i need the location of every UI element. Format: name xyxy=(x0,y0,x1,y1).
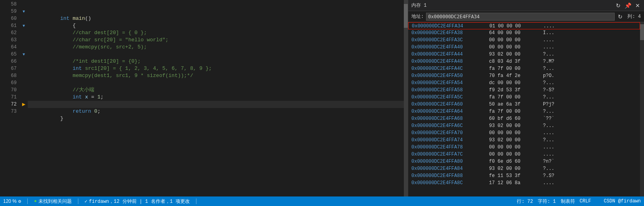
mem-bytes: c8 03 4d 3f xyxy=(489,58,537,65)
mem-addr: 0x000000DC2E4FFA34 xyxy=(412,23,483,29)
mem-chars: `??` xyxy=(543,115,554,122)
mem-chars: P?j? xyxy=(543,101,554,108)
mem-chars: ?n?` xyxy=(543,158,554,165)
mem-bytes: fa 7f 00 00 xyxy=(489,65,537,72)
memory-row: 0x000000DC2E4FFA3401 00 00 00.... xyxy=(408,22,640,29)
code-lines[interactable]: int main() { //char dest[20] = { 0 }; //… xyxy=(28,0,404,196)
mem-bytes: 60 bf d6 60 xyxy=(489,115,537,122)
memory-scrollbar-thumb[interactable] xyxy=(640,24,644,40)
memory-refresh-button[interactable]: ↻ xyxy=(615,2,621,9)
gutter-indicator xyxy=(20,29,28,37)
mem-addr: 0x000000DC2E4FFA60 xyxy=(411,101,483,108)
code-line-72: return 0; xyxy=(28,101,404,108)
mem-bytes: 93 02 00 00 xyxy=(489,122,537,129)
memory-row: 0x000000DC2E4FFA80f0 6e d6 60?n?` xyxy=(408,158,640,165)
memory-row: 0x000000DC2E4FFA6860 bf d6 60`??` xyxy=(408,115,640,122)
mem-chars: .... xyxy=(543,44,554,51)
memory-row: 0x000000DC2E4FFA3864 00 00 00I... xyxy=(408,29,640,37)
mem-addr: 0x000000DC2E4FFA40 xyxy=(411,44,483,51)
mem-addr: 0x000000DC2E4FFA70 xyxy=(411,129,483,137)
memory-row: 0x000000DC2E4FFA64fa 7f 00 00?... xyxy=(408,108,640,115)
gutter-indicator xyxy=(20,87,28,94)
mem-chars: ?-S? xyxy=(543,87,554,94)
mem-addr: 0x000000DC2E4FFA50 xyxy=(411,72,483,79)
line-num: 70 xyxy=(0,87,17,94)
gutter-indicator xyxy=(20,44,28,51)
status-char: 字符: 1 xyxy=(538,198,556,205)
mem-chars: .... xyxy=(543,23,555,29)
gutter-indicator xyxy=(20,58,28,65)
code-line-73: } xyxy=(28,108,404,115)
code-panel: 58 59 60 61 62 63 64 65 66 67 68 69 70 7… xyxy=(0,0,408,196)
memory-row: 0x000000DC2E4FFA8493 02 00 00?... xyxy=(408,165,640,172)
memory-row: 0x000000DC2E4FFA54dc 00 00 00?... xyxy=(408,79,640,87)
status-line-ending: CRLF xyxy=(580,198,591,205)
status-zoom: 120 % ⚙ xyxy=(3,198,21,204)
mem-chars: I... xyxy=(543,29,554,37)
gutter-indicator xyxy=(20,72,28,79)
line-numbers: 58 59 60 61 62 63 64 65 66 67 68 69 70 7… xyxy=(0,0,20,196)
memory-row: 0x000000DC2E4FFA3C00 00 00 00.... xyxy=(408,37,640,44)
code-line-66: int src1[20] = { 1, 2, 3, 4, 5, 6, 7, 8,… xyxy=(28,58,404,65)
code-scrollbar[interactable] xyxy=(404,0,408,196)
line-num: 71 xyxy=(0,94,17,101)
memory-panel-header: 内存 1 ↻ 📌 ✕ xyxy=(408,0,644,11)
memory-scrollbar[interactable] xyxy=(640,22,644,196)
line-num: 62 xyxy=(0,29,17,37)
mem-bytes: 00 00 00 00 xyxy=(489,37,537,44)
mem-bytes: 00 00 00 00 xyxy=(489,151,537,158)
address-go-button[interactable]: ↻ xyxy=(617,13,623,20)
code-line-65: /*int dest1[20] = {0}; xyxy=(28,51,404,58)
mem-addr: 0x000000DC2E4FFA88 xyxy=(411,172,483,179)
mem-chars: p?O. xyxy=(543,72,554,79)
mem-bytes: 70 fa 4f 2e xyxy=(489,72,537,79)
memory-row: 0x000000DC2E4FFA88fe 11 53 3f?.S? xyxy=(408,172,640,179)
code-scrollbar-thumb[interactable] xyxy=(404,4,408,28)
address-input[interactable] xyxy=(426,13,615,21)
line-num: 63 xyxy=(0,37,17,44)
gutter-indicator: ▶ xyxy=(20,101,28,108)
memory-pin-button[interactable]: 📌 xyxy=(624,2,632,9)
mem-addr: 0x000000DC2E4FFA48 xyxy=(411,58,483,65)
gutter-indicator: ▼ xyxy=(20,51,28,58)
line-num: 67 xyxy=(0,65,17,72)
mem-bytes: 00 00 00 00 xyxy=(489,129,537,137)
mem-addr: 0x000000DC2E4FFA8C xyxy=(411,179,483,187)
mem-addr: 0x000000DC2E4FFA38 xyxy=(411,29,483,37)
memory-content[interactable]: 0x000000DC2E4FFA3401 00 00 00....0x00000… xyxy=(408,22,640,196)
mem-bytes: 50 ae 6a 3f xyxy=(489,101,537,108)
zoom-icon[interactable]: ⚙ xyxy=(18,198,21,204)
gutter-indicator: ▼ xyxy=(20,22,28,29)
memory-close-button[interactable]: ✕ xyxy=(634,2,641,9)
line-num: 58 xyxy=(0,1,17,8)
branch-icon: ✓ xyxy=(84,198,87,204)
mem-addr: 0x000000DC2E4FFA5C xyxy=(411,94,483,101)
line-num: 66 xyxy=(0,58,17,65)
memory-panel-wrapper: 0x000000DC2E4FFA3401 00 00 00....0x00000… xyxy=(408,22,644,196)
mem-bytes: 93 02 00 00 xyxy=(489,137,537,144)
gutter-indicator xyxy=(20,15,28,22)
line-num: 68 xyxy=(0,72,17,79)
mem-bytes: f0 6e d6 60 xyxy=(489,158,537,165)
main-area: 58 59 60 61 62 63 64 65 66 67 68 69 70 7… xyxy=(0,0,644,196)
gutter-indicator xyxy=(20,65,28,72)
mem-chars: .... xyxy=(543,129,554,137)
gutter-indicator: ▼ xyxy=(20,8,28,15)
zoom-button[interactable]: 120 % xyxy=(3,198,17,204)
mem-addr: 0x000000DC2E4FFA84 xyxy=(411,165,483,172)
mem-addr: 0x000000DC2E4FFA3C xyxy=(411,37,483,44)
gutter-indicator xyxy=(20,37,28,44)
code-line-60: { xyxy=(28,15,404,22)
mem-addr: 0x000000DC2E4FFA68 xyxy=(411,115,483,122)
mem-chars: .... xyxy=(543,151,554,158)
memory-row: 0x000000DC2E4FFA6C93 02 00 00?... xyxy=(408,122,640,129)
memory-row: 0x000000DC2E4FFA48c8 03 4d 3f?.M? xyxy=(408,58,640,65)
code-line-71 xyxy=(28,94,404,101)
gutter: ▼ ▼ ▼ ▶ xyxy=(20,0,28,196)
line-num: 72 xyxy=(0,101,17,108)
memory-row: 0x000000DC2E4FFA58f9 2d 53 3f?-S? xyxy=(408,87,640,94)
line-num: 65 xyxy=(0,51,17,58)
mem-chars: ?... xyxy=(543,79,554,87)
mem-addr: 0x000000DC2E4FFA80 xyxy=(411,158,483,165)
mem-bytes: fa 7f 00 00 xyxy=(489,94,537,101)
